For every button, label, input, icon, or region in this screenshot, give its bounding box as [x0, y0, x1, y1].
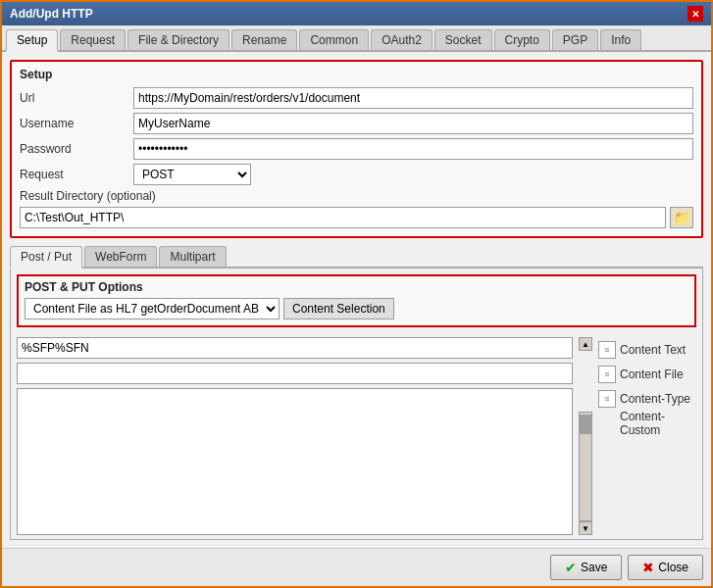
content-text-btn[interactable]: ≡ Content Text — [598, 339, 696, 361]
content-type-btn[interactable]: ≡ Content-Type — [598, 388, 696, 410]
save-icon: ✔ — [565, 560, 577, 575]
footer: ✔ Save ✖ Close — [2, 548, 711, 586]
username-input[interactable] — [133, 113, 693, 134]
url-label: Url — [20, 91, 127, 105]
put-options-title: POST & PUT Options — [25, 280, 688, 294]
main-text-area: ▲ ▼ ≡ Content Text ≡ — [11, 333, 702, 539]
main-textarea[interactable] — [17, 388, 573, 535]
content-file-btn[interactable]: ≡ Content File — [598, 364, 696, 385]
folder-button[interactable]: 📁 — [670, 207, 693, 228]
tab-setup[interactable]: Setup — [6, 29, 58, 52]
tab-pgp[interactable]: PGP — [552, 29, 598, 50]
setup-section: Setup Url Username Password Request POST… — [10, 60, 703, 238]
content-text-icon: ≡ — [598, 341, 616, 359]
sub-tab-multipart[interactable]: Multipart — [159, 246, 226, 267]
password-row: Password — [20, 138, 693, 160]
request-row: Request POST GET PUT DELETE PATCH — [20, 164, 693, 185]
content-selection-button[interactable]: Content Selection — [283, 298, 394, 319]
scrollbar-down-arrow[interactable]: ▼ — [579, 521, 592, 535]
content-custom-btn[interactable]: Content-Custom — [598, 413, 696, 434]
scrollbar-up-arrow[interactable]: ▲ — [579, 337, 592, 351]
sub-content: POST & PUT Options Content File as HL7 g… — [10, 269, 703, 540]
scrollbar: ▲ ▼ — [577, 337, 594, 535]
result-dir-row: 📁 — [20, 207, 693, 228]
tab-request[interactable]: Request — [60, 29, 126, 50]
window-title: Add/Upd HTTP — [10, 7, 93, 21]
tab-info[interactable]: Info — [600, 29, 641, 50]
tab-common[interactable]: Common — [299, 29, 369, 50]
empty-line-area — [17, 363, 573, 384]
result-dir-input[interactable] — [20, 207, 666, 228]
sub-tab-post-put[interactable]: Post / Put — [10, 246, 82, 269]
close-icon: ✖ — [642, 560, 654, 575]
request-select[interactable]: POST GET PUT DELETE PATCH — [133, 164, 251, 185]
scrollbar-track[interactable] — [579, 412, 592, 521]
bottom-section: Post / Put WebForm Multipart POST & PUT … — [10, 246, 703, 540]
tab-crypto[interactable]: Crypto — [494, 29, 550, 50]
main-tab-bar: Setup Request File & Directory Rename Co… — [2, 25, 711, 52]
title-bar: Add/Upd HTTP ✕ — [2, 2, 711, 25]
result-dir-label: Result Directory (optional) — [20, 189, 693, 203]
put-options-section: POST & PUT Options Content File as HL7 g… — [17, 274, 696, 327]
put-options-row: Content File as HL7 getOrderDocument ABN… — [25, 298, 688, 319]
tab-file-directory[interactable]: File & Directory — [127, 29, 229, 50]
close-button[interactable]: ✖ Close — [628, 555, 703, 580]
request-label: Request — [20, 168, 127, 181]
close-label: Close — [658, 561, 688, 574]
text-area-column — [17, 337, 573, 535]
save-button[interactable]: ✔ Save — [550, 555, 622, 580]
sub-tab-webform[interactable]: WebForm — [84, 246, 157, 267]
tab-oauth2[interactable]: OAuth2 — [371, 29, 433, 50]
content-type-label: Content-Type — [620, 392, 690, 406]
scrollbar-thumb[interactable] — [580, 415, 591, 434]
save-label: Save — [581, 561, 607, 574]
tab-socket[interactable]: Socket — [434, 29, 492, 50]
username-label: Username — [20, 117, 127, 130]
window-close-button[interactable]: ✕ — [688, 6, 703, 22]
content-file-label: Content File — [620, 368, 684, 381]
content-text-label: Content Text — [620, 343, 686, 357]
username-row: Username — [20, 113, 693, 134]
sfp-input[interactable] — [17, 337, 573, 359]
url-input[interactable] — [133, 87, 693, 109]
setup-section-title: Setup — [20, 68, 693, 81]
password-label: Password — [20, 142, 127, 156]
content-file-select[interactable]: Content File as HL7 getOrderDocument ABN — [25, 298, 280, 319]
folder-icon: 📁 — [674, 210, 690, 225]
sub-tab-bar: Post / Put WebForm Multipart — [10, 246, 703, 269]
content-type-icon: ≡ — [598, 390, 616, 408]
main-window: Add/Upd HTTP ✕ Setup Request File & Dire… — [0, 0, 713, 588]
content-custom-label: Content-Custom — [598, 410, 696, 437]
password-input[interactable] — [133, 138, 693, 160]
content-file-icon: ≡ — [598, 366, 616, 383]
tab-rename[interactable]: Rename — [231, 29, 297, 50]
main-content: Setup Url Username Password Request POST… — [2, 52, 711, 548]
right-buttons-panel: ≡ Content Text ≡ Content File ≡ Content-… — [598, 337, 696, 535]
url-row: Url — [20, 87, 693, 109]
